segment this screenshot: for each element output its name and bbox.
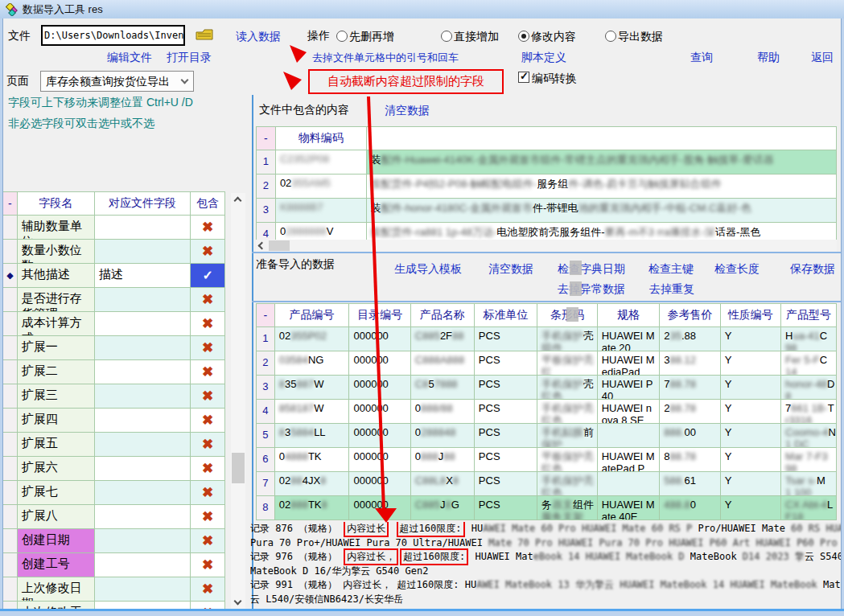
nature-cell[interactable]: Y <box>720 448 780 472</box>
product-code-cell[interactable]: 03584NG <box>274 351 349 376</box>
product-code-cell[interactable]: 04888TK <box>274 448 349 472</box>
price-cell[interactable]: 788.78 <box>660 376 720 400</box>
unit-cell[interactable]: PCS <box>474 448 537 472</box>
spec-cell[interactable]: HUAWEI nova 8 SE <box>597 400 660 424</box>
model-cell[interactable]: Tsar s-M1 100 <box>781 472 837 496</box>
file-field-cell[interactable] <box>94 336 190 360</box>
product-code-cell[interactable]: 02355P02 <box>274 327 349 351</box>
product-name-cell[interactable]: 0288848 <box>410 424 474 448</box>
scroll-left-icon[interactable] <box>258 242 266 250</box>
barcode-cell[interactable]: 手机保护壳组件 <box>537 327 598 351</box>
product-code-cell[interactable]: 835884LL <box>274 424 349 448</box>
product-name-cell[interactable]: 0888/88 <box>410 400 474 424</box>
field-name-cell[interactable]: 辅助数量单位 <box>17 216 94 240</box>
file-field-cell[interactable] <box>94 409 190 433</box>
model-cell[interactable]: Hua-41C98 <box>781 327 837 351</box>
material-code-cell[interactable]: C2352P08 <box>275 150 366 175</box>
field-name-cell[interactable]: 其他描述 <box>17 264 94 288</box>
include-cell[interactable]: ✖ <box>191 288 225 312</box>
field-name-cell[interactable]: 扩展五 <box>17 433 94 457</box>
nature-cell[interactable]: Y <box>720 400 780 424</box>
barcode-cell[interactable]: 手机保护壳红色 <box>537 472 598 496</box>
spec-cell[interactable]: HUAWEI Mate 40E <box>597 496 660 520</box>
model-cell[interactable]: Fer 5-FC14 <box>781 351 837 376</box>
field-name-cell[interactable]: 扩展二 <box>17 360 94 384</box>
field-name-cell[interactable]: 扩展一 <box>17 336 94 360</box>
import-link[interactable]: 保存数据 <box>790 262 835 277</box>
file-table-hscrollbar[interactable] <box>256 240 837 252</box>
file-field-cell[interactable] <box>94 433 190 457</box>
back-link[interactable]: 返回 <box>811 51 834 65</box>
import-link[interactable]: 生成导入模板 <box>394 262 462 277</box>
include-cell[interactable]: ✓ <box>191 264 225 288</box>
include-cell[interactable]: ✖ <box>191 505 225 529</box>
spec-cell[interactable]: HUAWEI Mate 20 <box>597 327 660 351</box>
nature-cell[interactable]: Y <box>720 472 780 496</box>
radio-label[interactable]: 导出数据 <box>618 30 663 44</box>
include-cell[interactable]: ✖ <box>191 216 225 240</box>
field-table-scrollbar[interactable] <box>231 193 245 609</box>
field-name-cell[interactable]: 扩展八 <box>17 505 94 529</box>
product-name-cell[interactable]: C88L8X8 <box>410 472 474 496</box>
file-field-cell[interactable] <box>94 288 190 312</box>
catalog-code-cell[interactable]: 000000 <box>349 327 410 351</box>
product-name-cell[interactable]: C857888 <box>410 376 474 400</box>
query-link[interactable]: 查询 <box>690 51 713 65</box>
field-name-cell[interactable]: 扩展三 <box>17 384 94 409</box>
include-cell[interactable]: ✖ <box>191 481 225 505</box>
barcode-cell[interactable]: 手机贴膜前保护 <box>537 424 598 448</box>
hscrollbar-thumb[interactable] <box>269 240 290 251</box>
import-link[interactable]: 检查主键 <box>648 262 694 277</box>
file-field-cell[interactable] <box>94 312 190 336</box>
barcode-cell[interactable]: 务器支组件服务支架 <box>537 496 598 520</box>
include-cell[interactable]: ✖ <box>191 457 225 481</box>
unit-cell[interactable]: PCS <box>474 400 537 424</box>
material-code-cell[interactable]: 02355AM5 <box>275 175 366 199</box>
file-content-cell[interactable]: 按配货件-P4拍2-P08-触帽配电组件-服务组件-调色-易卡豆与触摸屏贴合组件 <box>366 175 836 199</box>
file-field-cell[interactable] <box>94 216 190 240</box>
price-cell[interactable]: 288.78 <box>660 400 720 424</box>
spec-cell[interactable]: HUAWEI MediaPad <box>597 351 660 376</box>
file-field-cell[interactable] <box>94 553 190 577</box>
unit-cell[interactable]: PCS <box>474 424 537 448</box>
encode-checkbox[interactable] <box>518 72 529 83</box>
include-cell[interactable]: ✖ <box>191 553 225 577</box>
barcode-cell[interactable]: 手机保护壳红色 <box>537 376 598 400</box>
nature-cell[interactable]: Y <box>720 376 780 400</box>
edit-file-link[interactable]: 编辑文件 <box>107 51 152 65</box>
import-link[interactable]: 检查字典日期 <box>558 262 625 277</box>
product-code-cell[interactable]: 835887W <box>274 376 349 400</box>
product-name-cell[interactable]: C888A888 <box>410 351 474 376</box>
field-name-cell[interactable]: 上次修改日期 <box>17 577 94 602</box>
include-cell[interactable]: ✖ <box>191 577 225 602</box>
nature-cell[interactable]: Y <box>720 496 780 520</box>
radio-直接增加[interactable] <box>441 31 452 42</box>
material-code-cell[interactable]: 02888888V <box>275 223 366 240</box>
file-field-cell[interactable] <box>94 505 190 529</box>
product-name-cell[interactable]: 0888J88 <box>410 448 474 472</box>
model-cell[interactable]: Mar 7-F398 <box>781 448 837 472</box>
price-cell[interactable]: 888.78 <box>660 448 720 472</box>
model-cell[interactable]: CX Abt-4LF18 <box>781 496 837 520</box>
field-name-cell[interactable]: 扩展六 <box>17 457 94 481</box>
file-content-cell[interactable]: 装配件-Huawei-4140K-金属外观首市组件-常锂主点的重克强内相手-股角… <box>366 150 836 175</box>
model-cell[interactable]: 7661 1B-Tr3316 <box>781 400 837 424</box>
spec-cell[interactable] <box>597 424 660 448</box>
file-path-input[interactable]: D:\Users\Downloads\Inven <box>41 25 185 46</box>
radio-修改内容[interactable] <box>518 31 529 42</box>
scrollbar-thumb[interactable] <box>232 453 245 483</box>
unit-cell[interactable]: PCS <box>474 376 537 400</box>
clear-file-data-link[interactable]: 清空数据 <box>385 104 430 118</box>
file-field-cell[interactable]: 描述 <box>94 264 190 288</box>
product-code-cell[interactable]: 02884JX8 <box>274 472 349 496</box>
product-code-cell[interactable]: 858187W <box>274 400 349 424</box>
barcode-cell[interactable]: 平板保护壳红色 <box>537 448 598 472</box>
page-select[interactable]: 库存余额查询按货位导出 <box>40 71 194 92</box>
file-field-cell[interactable] <box>94 360 190 384</box>
barcode-cell[interactable]: 手机保护壳红色 <box>537 400 598 424</box>
field-name-cell[interactable]: 成本计算方式 <box>17 312 94 336</box>
read-data-link[interactable]: 读入数据 <box>236 30 281 44</box>
include-cell[interactable]: ✖ <box>191 312 225 336</box>
nature-cell[interactable]: Y <box>720 351 780 376</box>
catalog-code-cell[interactable]: 000000 <box>349 376 410 400</box>
